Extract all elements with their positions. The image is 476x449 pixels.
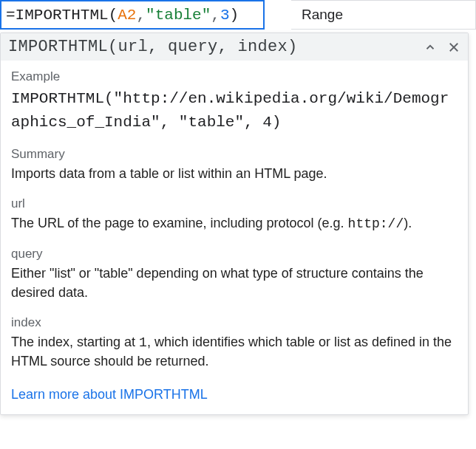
tooltip-controls xyxy=(424,41,460,54)
param-index-text: The index, starting at 1, which identifi… xyxy=(11,333,458,371)
formula-function-name: IMPORTHTML xyxy=(16,7,109,24)
adjacent-cell-text: Range xyxy=(302,7,343,23)
param-index-text-part1: The index, starting at xyxy=(11,335,139,349)
learn-more-link[interactable]: Learn more about IMPORTHTML xyxy=(11,387,208,402)
param-url-code: http:// xyxy=(348,216,404,231)
formula-arg-index: 3 xyxy=(220,7,230,24)
formula-arg-url: A2 xyxy=(118,7,136,24)
param-query-text: Either "list" or "table" depending on wh… xyxy=(11,264,458,301)
formula-eq: = xyxy=(6,7,16,24)
close-button[interactable] xyxy=(447,41,460,54)
example-label: Example xyxy=(11,69,458,84)
example-code: IMPORTHTML("http://en.wikipedia.org/wiki… xyxy=(11,87,458,134)
param-index-code: 1 xyxy=(139,335,147,350)
formula-close-paren: ) xyxy=(230,7,239,24)
formula-comma: , xyxy=(211,7,220,24)
param-url-text-part1: The URL of the page to examine, includin… xyxy=(11,216,348,230)
formula-open-paren: ( xyxy=(109,7,118,24)
tooltip-header: IMPORTHTML(url, query, index) xyxy=(1,33,468,61)
formula-arg-query: "table" xyxy=(146,7,211,24)
close-icon xyxy=(447,41,460,54)
param-index-label: index xyxy=(11,315,458,330)
formula-comma: , xyxy=(136,7,146,24)
summary-text: Imports data from a table or list within… xyxy=(11,165,458,183)
top-row: =IMPORTHTML(A2,"table",3) Range xyxy=(0,0,476,30)
param-url-label: url xyxy=(11,196,458,211)
summary-label: Summary xyxy=(11,147,458,162)
param-query-label: query xyxy=(11,247,458,261)
function-help-tooltip: IMPORTHTML(url, query, index) Example IM… xyxy=(0,32,469,415)
collapse-button[interactable] xyxy=(424,41,437,54)
param-url-text-part2: ). xyxy=(404,216,412,230)
adjacent-cell[interactable]: Range xyxy=(291,0,476,30)
chevron-up-icon xyxy=(424,41,437,54)
formula-input-cell[interactable]: =IMPORTHTML(A2,"table",3) xyxy=(0,0,265,30)
param-url-text: The URL of the page to examine, includin… xyxy=(11,214,458,233)
function-signature: IMPORTHTML(url, query, index) xyxy=(8,38,418,56)
tooltip-body: Example IMPORTHTML("http://en.wikipedia.… xyxy=(1,61,468,414)
